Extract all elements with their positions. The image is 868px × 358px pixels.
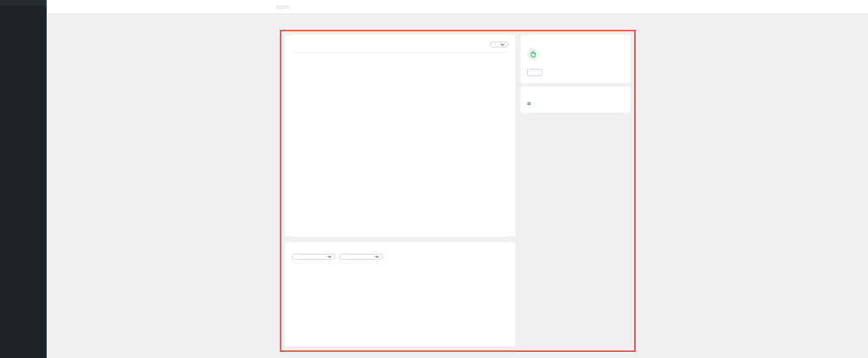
page-body: ⊕ [47,14,868,358]
top-countries-card: ⊕ [520,87,631,113]
transaction-history-card [285,242,515,347]
unchecked-orders-link[interactable] [527,48,624,60]
transaction-filters [292,254,509,260]
transaction-time-filter-select[interactable] [292,254,336,260]
back-button[interactable] [276,5,290,9]
chevron-down-icon [500,42,504,46]
earnings-card [285,35,515,237]
wp-admin-sidebar [0,0,47,358]
creator-lms-submenu [0,0,47,6]
transaction-type-filter-select[interactable] [339,254,383,260]
report-panel: ⊕ [280,30,636,352]
order-bag-icon [527,48,539,60]
review-orders-button[interactable] [527,69,542,76]
app-window: ⊕ [0,0,868,358]
page-header [47,0,868,14]
country-row: ⊕ [527,100,624,106]
earnings-card-header [292,42,509,53]
admin-content: ⊕ [47,0,868,358]
order-report-card [520,35,631,83]
globe-icon: ⊕ [527,100,531,106]
earnings-time-filter-select[interactable] [490,42,509,48]
chevron-down-icon [327,254,331,258]
chevron-down-icon [375,254,379,258]
report-right-column: ⊕ [520,35,631,347]
report-left-column [285,35,515,347]
